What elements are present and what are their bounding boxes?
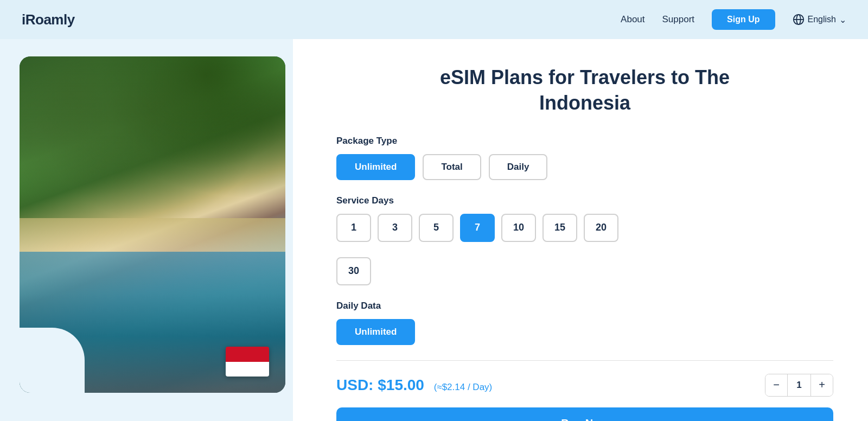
globe-icon: [793, 14, 805, 25]
day-3-button[interactable]: 3: [378, 214, 412, 242]
flag-white: [226, 362, 269, 377]
image-section: [0, 39, 293, 421]
day-30-button[interactable]: 30: [336, 257, 371, 285]
service-days-section: Service Days 1 3 5 7 10 15 20 30: [336, 195, 833, 285]
package-type-section: Package Type Unlimited Total Daily: [336, 136, 833, 180]
service-days-row2: 30: [336, 257, 833, 285]
quantity-plus-button[interactable]: +: [811, 374, 833, 396]
divider: [336, 360, 833, 361]
price-amount: USD: $15.00: [336, 377, 429, 393]
quantity-control: − 1 +: [765, 374, 833, 397]
quantity-value: 1: [787, 374, 811, 396]
daily-data-section: Daily Data Unlimited: [336, 301, 833, 345]
chevron-down-icon: ⌄: [839, 15, 846, 25]
quantity-minus-button[interactable]: −: [765, 374, 787, 396]
header: iRoamly About Support Sign Up English ⌄: [0, 0, 868, 39]
indonesia-flag: [226, 347, 269, 377]
day-7-button[interactable]: 7: [460, 214, 495, 242]
price-row: USD: $15.00 (≈$2.14 / Day) − 1 +: [336, 374, 833, 397]
day-20-button[interactable]: 20: [584, 214, 618, 242]
logo: iRoamly: [22, 11, 75, 28]
logo-text: iRoamly: [22, 11, 75, 28]
package-unlimited-button[interactable]: Unlimited: [336, 154, 415, 180]
destination-image: [20, 56, 285, 393]
support-link[interactable]: Support: [662, 14, 695, 25]
service-days-buttons: 1 3 5 7 10 15 20: [336, 214, 833, 242]
day-15-button[interactable]: 15: [542, 214, 577, 242]
package-daily-button[interactable]: Daily: [489, 154, 548, 180]
day-10-button[interactable]: 10: [501, 214, 536, 242]
price-currency: USD:: [336, 377, 373, 393]
daily-data-label: Daily Data: [336, 301, 833, 311]
nav: About Support Sign Up English ⌄: [621, 9, 846, 30]
forest-overlay: [20, 56, 285, 241]
main-content: eSIM Plans for Travelers to The Indonesi…: [0, 39, 868, 421]
language-label: English: [808, 15, 836, 24]
language-selector[interactable]: English ⌄: [793, 14, 846, 25]
page-title: eSIM Plans for Travelers to The Indonesi…: [336, 65, 833, 116]
day-1-button[interactable]: 1: [336, 214, 371, 242]
buy-now-button[interactable]: Buy Now: [336, 407, 833, 421]
about-link[interactable]: About: [621, 14, 644, 25]
image-background: [20, 56, 285, 393]
service-days-label: Service Days: [336, 195, 833, 206]
price-display: USD: $15.00 (≈$2.14 / Day): [336, 377, 492, 394]
day-5-button[interactable]: 5: [419, 214, 454, 242]
signup-button[interactable]: Sign Up: [712, 9, 775, 30]
package-type-buttons: Unlimited Total Daily: [336, 154, 833, 180]
price-value: $15.00: [378, 377, 424, 393]
package-type-label: Package Type: [336, 136, 833, 146]
flag-red: [226, 347, 269, 362]
content-section: eSIM Plans for Travelers to The Indonesi…: [293, 39, 868, 421]
daily-data-buttons: Unlimited: [336, 319, 833, 345]
beach-overlay: [20, 218, 285, 252]
package-total-button[interactable]: Total: [423, 154, 481, 180]
price-per-day: (≈$2.14 / Day): [434, 382, 493, 392]
data-unlimited-button[interactable]: Unlimited: [336, 319, 415, 345]
